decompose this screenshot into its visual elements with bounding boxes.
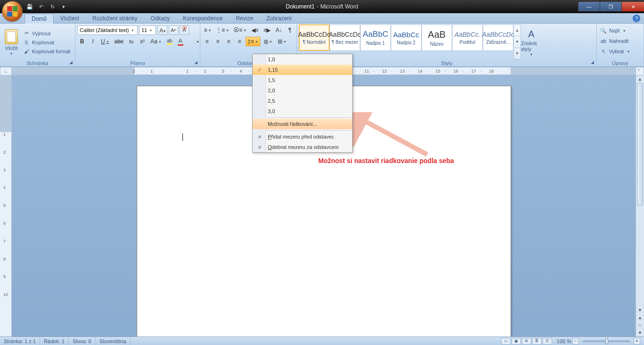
italic-button[interactable]: I — [88, 37, 98, 46]
spacing-option-1_0[interactable]: 1,0 — [253, 54, 352, 65]
superscript-button[interactable]: x² — [138, 37, 147, 46]
show-marks-button[interactable]: ¶ — [285, 25, 295, 35]
tab-selector[interactable]: ∟ — [0, 67, 12, 75]
ruler-toggle[interactable]: ̂ — [636, 67, 644, 75]
decrease-indent-button[interactable]: ◀≡ — [249, 25, 260, 35]
align-left-button[interactable]: ≡ — [202, 37, 212, 46]
shrink-font-button[interactable]: A▾ — [169, 25, 178, 35]
space-before-icon: ≡ — [256, 134, 264, 140]
binoculars-icon: 🔍 — [600, 27, 607, 34]
style-tile-3[interactable]: AaBbCcNadpis 2 — [391, 25, 421, 51]
view-web[interactable]: ⊞ — [522, 338, 531, 345]
close-button[interactable]: ✕ — [621, 2, 644, 11]
vertical-ruler[interactable]: 12345678910 — [0, 75, 12, 337]
prev-page-icon[interactable]: ▲ — [636, 314, 644, 321]
tab-references[interactable]: Odkazy — [144, 14, 176, 23]
qat-undo[interactable]: ↶ — [36, 1, 46, 12]
cut-button[interactable]: ✂Vyjmout — [22, 30, 71, 37]
increase-indent-button[interactable]: ≡▶ — [262, 25, 272, 35]
qat-customize[interactable]: ▾ — [58, 1, 69, 12]
spacing-option-3_0[interactable]: 3,0 — [253, 106, 352, 116]
brush-icon: 🖌 — [23, 48, 30, 55]
scissors-icon: ✂ — [23, 30, 30, 37]
tab-mailings[interactable]: Korespondence — [176, 14, 229, 23]
qat-redo[interactable]: ↻ — [47, 1, 58, 12]
remove-space-after[interactable]: ≡Odebrat mezeru za odstavcem — [253, 142, 352, 152]
numbering-button[interactable]: ⋮≡▼ — [215, 25, 231, 35]
bold-button[interactable]: B — [77, 37, 87, 46]
underline-button[interactable]: U▼ — [99, 37, 111, 46]
vertical-scrollbar[interactable]: ▲ ▼ ▲ ○ ▼ — [636, 75, 644, 337]
paste-button[interactable]: Vložit ▼ — [2, 25, 21, 60]
bullets-button[interactable]: ≡▼ — [202, 25, 213, 35]
style-tile-0[interactable]: AaBbCcDc¶ Normální — [299, 25, 330, 51]
justify-button[interactable]: ≡ — [235, 37, 244, 46]
font-launcher[interactable]: ◢ — [192, 59, 199, 66]
add-space-before[interactable]: ≡Přidat mezeru před odstavec — [253, 131, 352, 142]
style-tile-6[interactable]: AaBbCcDcZdůrazně... — [483, 25, 513, 51]
style-tile-2[interactable]: AaBbCNadpis 1 — [360, 25, 391, 51]
spacing-option-2_0[interactable]: 2,0 — [253, 85, 352, 96]
status-words[interactable]: Slova: 0 — [69, 337, 96, 345]
format-painter-button[interactable]: 🖌Kopírovat formát — [22, 48, 71, 55]
tab-review[interactable]: Revize — [229, 14, 260, 23]
align-right-button[interactable]: ≡ — [224, 37, 233, 46]
spacing-option-1_15[interactable]: 1,15 — [253, 65, 352, 75]
zoom-slider[interactable] — [583, 340, 630, 342]
status-line[interactable]: Řádek: 1 — [40, 337, 69, 345]
style-tile-4[interactable]: AaBNázev — [421, 25, 452, 51]
view-outline[interactable]: ≣ — [532, 338, 542, 345]
view-print-layout[interactable]: ▭ — [501, 338, 511, 345]
line-spacing-button[interactable]: ‡≡▼ — [246, 37, 260, 46]
tab-insert[interactable]: Vložení — [54, 14, 86, 23]
strike-button[interactable]: abc — [113, 37, 125, 46]
font-size-combo[interactable]: 11▼ — [139, 25, 156, 35]
style-tile-1[interactable]: AaBbCcDc¶ Bez mezer — [330, 25, 360, 51]
view-full-screen[interactable]: ▣ — [512, 338, 521, 345]
grow-font-button[interactable]: A▴ — [157, 25, 167, 35]
font-color-button[interactable]: A▼ — [176, 37, 185, 46]
clipboard-launcher[interactable]: ◢ — [67, 59, 74, 66]
clear-format-button[interactable]: A⌫ — [180, 25, 189, 35]
maximize-button[interactable]: ❐ — [600, 2, 621, 11]
zoom-out-button[interactable]: − — [572, 338, 579, 345]
style-tile-5[interactable]: AaBbCc.Podtitul — [452, 25, 483, 51]
borders-button[interactable]: ⊞▼ — [276, 37, 289, 46]
spacing-option-1_5[interactable]: 1,5 — [253, 75, 352, 85]
align-center-button[interactable]: ≡ — [213, 37, 223, 46]
spacing-option-2_5[interactable]: 2,5 — [253, 96, 352, 106]
styles-launcher[interactable]: ◢ — [589, 59, 595, 66]
font-name-combo[interactable]: Calibri (Základní text)▼ — [77, 25, 138, 35]
copy-button[interactable]: ⎘Kopírovat — [22, 39, 71, 46]
office-button[interactable] — [2, 1, 23, 22]
zoom-level[interactable]: 100 % — [557, 338, 571, 344]
tab-page-layout[interactable]: Rozložení stránky — [86, 14, 144, 23]
styles-more[interactable]: ▲▼▼ — [513, 25, 521, 60]
minimize-button[interactable]: — — [578, 2, 600, 11]
scroll-down-icon[interactable]: ▼ — [636, 306, 644, 314]
status-language[interactable]: Slovenština — [96, 337, 131, 345]
tab-home[interactable]: Domů — [25, 14, 54, 24]
select-button[interactable]: ↖Vybrat▼ — [599, 47, 642, 56]
multilevel-button[interactable]: ⦿≡▼ — [232, 25, 248, 35]
shading-button[interactable]: ◍▼ — [262, 37, 274, 46]
zoom-in-button[interactable]: + — [634, 338, 640, 345]
next-page-icon[interactable]: ▼ — [636, 329, 644, 337]
highlight-button[interactable]: ab▼ — [165, 37, 174, 46]
sort-button[interactable]: A↓ — [274, 25, 284, 35]
scroll-up-icon[interactable]: ▲ — [636, 75, 644, 83]
change-case-button[interactable]: Aa▼ — [149, 37, 164, 46]
scroll-thumb[interactable] — [637, 83, 643, 205]
browse-object-icon[interactable]: ○ — [636, 321, 644, 329]
subscript-button[interactable]: x₂ — [127, 37, 136, 46]
status-page[interactable]: Stránka: 1 z 1 — [0, 337, 40, 345]
qat-save[interactable]: 💾 — [25, 1, 35, 12]
line-spacing-options[interactable]: Možnosti řádkování... — [253, 119, 352, 129]
tab-view[interactable]: Zobrazení — [260, 14, 298, 23]
cursor-icon: ↖ — [600, 48, 607, 55]
replace-button[interactable]: abNahradit — [599, 37, 642, 45]
help-button[interactable]: ? — [633, 15, 640, 22]
change-styles-button[interactable]: AZměnit styly▼ — [521, 25, 542, 60]
find-button[interactable]: 🔍Najít▼ — [599, 26, 642, 35]
view-draft[interactable]: ☰ — [543, 338, 552, 345]
